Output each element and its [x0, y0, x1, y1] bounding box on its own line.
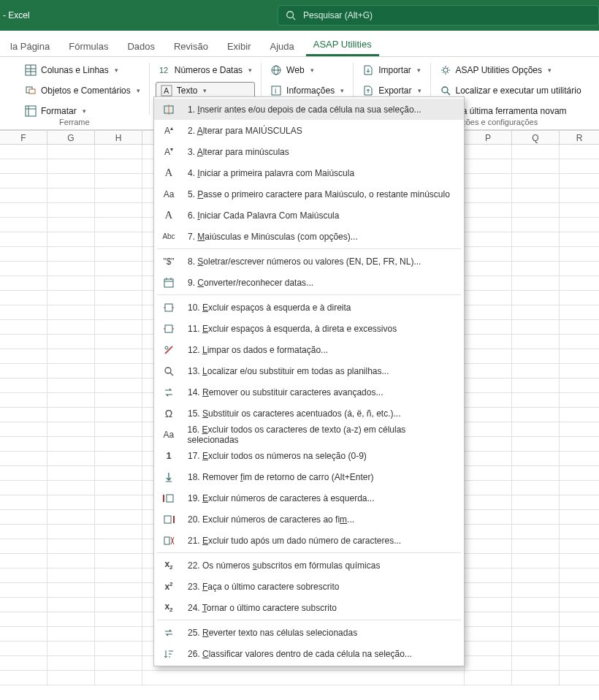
cell[interactable]	[512, 437, 560, 452]
cell[interactable]	[47, 627, 95, 642]
cell[interactable]	[47, 568, 95, 583]
cell[interactable]	[465, 642, 512, 656]
tab-f-rmulas[interactable]: Fórmulas	[61, 37, 115, 56]
cell[interactable]	[512, 320, 560, 335]
cell[interactable]	[512, 452, 560, 466]
cell[interactable]	[0, 378, 47, 393]
cell[interactable]	[465, 583, 512, 598]
cell[interactable]	[0, 218, 47, 232]
cell[interactable]	[47, 466, 95, 481]
cell[interactable]	[47, 291, 95, 305]
cell[interactable]	[47, 393, 95, 408]
cell[interactable]	[560, 320, 599, 335]
cell[interactable]	[95, 364, 142, 378]
cell[interactable]	[512, 159, 560, 174]
cell[interactable]	[560, 642, 599, 656]
cell[interactable]	[95, 437, 142, 452]
cell[interactable]	[465, 481, 512, 495]
cell[interactable]	[512, 510, 560, 525]
cell[interactable]	[0, 598, 47, 612]
cell[interactable]	[512, 247, 560, 262]
menu-item-4[interactable]: A4. Iniciar a primeira palavra com Maiús…	[154, 162, 464, 183]
cell[interactable]	[47, 481, 95, 495]
cell[interactable]	[560, 408, 599, 422]
cell[interactable]	[0, 276, 47, 291]
cell[interactable]	[47, 174, 95, 189]
cell[interactable]	[95, 422, 142, 437]
cell[interactable]	[95, 554, 142, 568]
cell[interactable]	[0, 525, 47, 539]
cell[interactable]	[95, 320, 142, 335]
cell[interactable]	[512, 671, 560, 685]
cell[interactable]	[0, 495, 47, 510]
menu-item-2[interactable]: A▴2. Alterar para MAIÚSCULAS	[154, 120, 464, 141]
cell[interactable]	[0, 422, 47, 437]
cell[interactable]	[465, 495, 512, 510]
cell[interactable]	[560, 656, 599, 671]
cell[interactable]	[512, 305, 560, 320]
cell[interactable]	[560, 276, 599, 291]
cell[interactable]	[560, 510, 599, 525]
cell[interactable]	[0, 408, 47, 422]
menu-item-11[interactable]: 11. Excluir espaços à esquerda, à direta…	[154, 318, 464, 339]
cell[interactable]	[465, 612, 512, 627]
cell[interactable]	[95, 495, 142, 510]
menu-item-21[interactable]: 21. Excluir tudo após um dado número de …	[154, 530, 464, 551]
cell[interactable]	[0, 364, 47, 378]
importar-button[interactable]: Importar▾	[359, 61, 424, 79]
numeros-datas-button[interactable]: 12 Números e Datas▾	[156, 61, 255, 79]
cell[interactable]	[47, 495, 95, 510]
cell[interactable]	[512, 349, 560, 364]
cell[interactable]	[95, 335, 142, 349]
cell[interactable]	[0, 393, 47, 408]
cell[interactable]	[560, 291, 599, 305]
column-header[interactable]: P	[465, 131, 512, 144]
menu-item-17[interactable]: 117. Excluir todos os números na seleção…	[154, 445, 464, 466]
cell[interactable]	[512, 422, 560, 437]
cell[interactable]	[95, 481, 142, 495]
cell[interactable]	[560, 364, 599, 378]
cell[interactable]	[560, 554, 599, 568]
cell[interactable]	[560, 539, 599, 554]
column-header[interactable]: Q	[512, 131, 560, 144]
cell[interactable]	[0, 554, 47, 568]
menu-item-7[interactable]: Abc7. Maiúsculas e Minúsculas (com opçõe…	[154, 226, 464, 247]
cell[interactable]	[47, 598, 95, 612]
cell[interactable]	[47, 335, 95, 349]
cell[interactable]	[465, 437, 512, 452]
cell[interactable]	[95, 276, 142, 291]
cell[interactable]	[512, 568, 560, 583]
cell[interactable]	[0, 174, 47, 189]
cell[interactable]	[560, 495, 599, 510]
cell[interactable]	[560, 452, 599, 466]
cell[interactable]	[465, 598, 512, 612]
cell[interactable]	[465, 335, 512, 349]
menu-item-16[interactable]: Aa16. Excluir todos os caracteres de tex…	[154, 424, 464, 445]
cell[interactable]	[465, 305, 512, 320]
cell[interactable]	[47, 276, 95, 291]
cell[interactable]	[512, 525, 560, 539]
cell[interactable]	[560, 349, 599, 364]
cell[interactable]	[465, 452, 512, 466]
cell[interactable]	[0, 671, 47, 685]
cell[interactable]	[512, 627, 560, 642]
cell[interactable]	[560, 525, 599, 539]
column-header[interactable]: R	[560, 131, 599, 144]
cell[interactable]	[95, 627, 142, 642]
cell[interactable]	[47, 247, 95, 262]
cell[interactable]	[512, 174, 560, 189]
menu-item-23[interactable]: x223. Faça o último caractere sobrescrit…	[154, 576, 464, 597]
cell[interactable]	[512, 466, 560, 481]
objetos-comentarios-button[interactable]: Objetos e Comentários▾	[22, 82, 143, 99]
menu-item-19[interactable]: 19. Excluir números de caracteres à esqu…	[154, 487, 464, 509]
cell[interactable]	[465, 554, 512, 568]
cell[interactable]	[47, 218, 95, 232]
cell[interactable]	[560, 422, 599, 437]
cell[interactable]	[560, 598, 599, 612]
cell[interactable]	[47, 232, 95, 247]
cell[interactable]	[465, 159, 512, 174]
cell[interactable]	[0, 642, 47, 656]
cell[interactable]	[560, 583, 599, 598]
cell[interactable]	[560, 393, 599, 408]
cell[interactable]	[512, 203, 560, 218]
